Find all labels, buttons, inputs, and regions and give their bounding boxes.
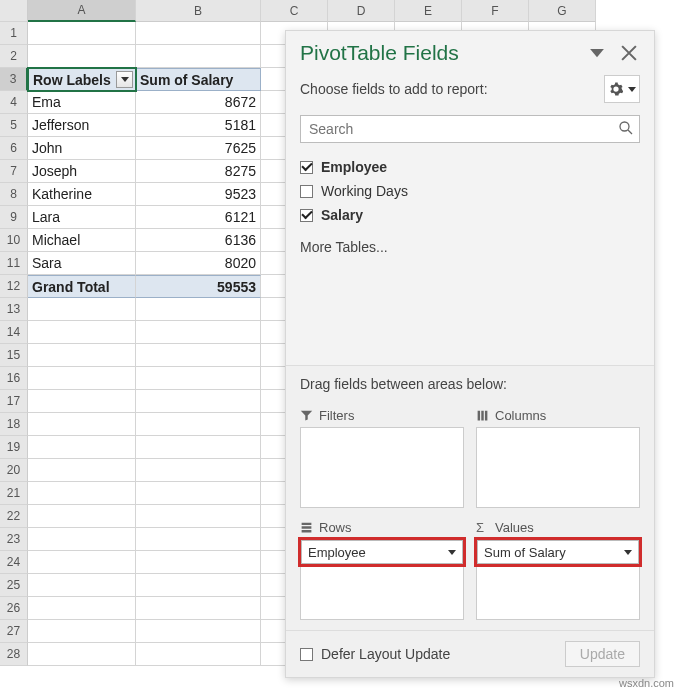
cell[interactable] <box>136 390 261 413</box>
cell[interactable] <box>28 298 136 321</box>
cell[interactable]: Lara <box>28 206 136 229</box>
rows-drop-box[interactable]: Employee <box>300 539 464 620</box>
cell[interactable] <box>136 620 261 643</box>
row-header[interactable]: 1 <box>0 22 28 45</box>
chevron-down-icon[interactable] <box>448 550 456 555</box>
row-header[interactable]: 9 <box>0 206 28 229</box>
columns-drop-box[interactable] <box>476 427 640 508</box>
pane-menu-icon[interactable] <box>586 42 608 64</box>
row-header[interactable]: 4 <box>0 91 28 114</box>
cell[interactable]: 59553 <box>136 275 261 298</box>
cell[interactable] <box>28 436 136 459</box>
row-header[interactable]: 13 <box>0 298 28 321</box>
cell[interactable]: Ema <box>28 91 136 114</box>
row-header[interactable]: 5 <box>0 114 28 137</box>
cell[interactable] <box>28 643 136 666</box>
cell[interactable] <box>28 505 136 528</box>
cell[interactable] <box>28 321 136 344</box>
row-header[interactable]: 2 <box>0 45 28 68</box>
column-header-c[interactable]: C <box>261 0 328 22</box>
row-header[interactable]: 27 <box>0 620 28 643</box>
cell[interactable] <box>28 551 136 574</box>
cell[interactable] <box>136 482 261 505</box>
cell[interactable] <box>136 551 261 574</box>
row-header[interactable]: 15 <box>0 344 28 367</box>
checkbox-icon[interactable] <box>300 185 313 198</box>
columns-area[interactable]: Columns <box>476 408 640 508</box>
row-header[interactable]: 23 <box>0 528 28 551</box>
cell[interactable]: Michael <box>28 229 136 252</box>
row-header[interactable]: 18 <box>0 413 28 436</box>
cell[interactable] <box>136 436 261 459</box>
cell[interactable]: 7625 <box>136 137 261 160</box>
cell[interactable] <box>136 298 261 321</box>
cell[interactable] <box>28 574 136 597</box>
values-area[interactable]: Σ Values Sum of Salary <box>476 520 640 620</box>
row-header[interactable]: 22 <box>0 505 28 528</box>
cell[interactable] <box>136 22 261 45</box>
checkbox-icon[interactable] <box>300 648 313 661</box>
cell[interactable] <box>28 413 136 436</box>
chevron-down-icon[interactable] <box>624 550 632 555</box>
field-item-working-days[interactable]: Working Days <box>300 179 640 203</box>
row-header[interactable]: 25 <box>0 574 28 597</box>
checkbox-icon[interactable] <box>300 209 313 222</box>
cell[interactable] <box>28 597 136 620</box>
cell[interactable] <box>136 321 261 344</box>
cell[interactable]: Sara <box>28 252 136 275</box>
cell[interactable] <box>28 459 136 482</box>
values-drop-box[interactable]: Sum of Salary <box>476 539 640 620</box>
row-header[interactable]: 19 <box>0 436 28 459</box>
column-header-a[interactable]: A <box>28 0 136 22</box>
rows-chip-employee[interactable]: Employee <box>301 540 463 564</box>
field-item-employee[interactable]: Employee <box>300 155 640 179</box>
cell[interactable] <box>136 643 261 666</box>
cell[interactable]: 8020 <box>136 252 261 275</box>
row-header[interactable]: 14 <box>0 321 28 344</box>
cell[interactable]: John <box>28 137 136 160</box>
close-icon[interactable] <box>618 42 640 64</box>
column-header-g[interactable]: G <box>529 0 596 22</box>
cell[interactable] <box>136 344 261 367</box>
cell[interactable]: 6121 <box>136 206 261 229</box>
cell[interactable]: Row Labels <box>28 68 136 91</box>
cell[interactable]: Sum of Salary <box>136 68 261 91</box>
cell[interactable]: 5181 <box>136 114 261 137</box>
checkbox-icon[interactable] <box>300 161 313 174</box>
defer-layout-checkbox[interactable]: Defer Layout Update <box>300 646 450 662</box>
column-header-b[interactable]: B <box>136 0 261 22</box>
values-chip-sum-salary[interactable]: Sum of Salary <box>477 540 639 564</box>
row-header[interactable]: 28 <box>0 643 28 666</box>
row-header[interactable]: 20 <box>0 459 28 482</box>
column-header-d[interactable]: D <box>328 0 395 22</box>
row-header[interactable]: 7 <box>0 160 28 183</box>
rows-area[interactable]: Rows Employee <box>300 520 464 620</box>
filters-drop-box[interactable] <box>300 427 464 508</box>
cell[interactable]: Jefferson <box>28 114 136 137</box>
cell[interactable] <box>28 344 136 367</box>
cell[interactable] <box>28 45 136 68</box>
cell[interactable]: Grand Total <box>28 275 136 298</box>
cell[interactable]: 8275 <box>136 160 261 183</box>
field-item-salary[interactable]: Salary <box>300 203 640 227</box>
row-header[interactable]: 21 <box>0 482 28 505</box>
cell[interactable] <box>28 22 136 45</box>
row-header[interactable]: 11 <box>0 252 28 275</box>
column-header-f[interactable]: F <box>462 0 529 22</box>
cell[interactable] <box>136 459 261 482</box>
gear-icon[interactable] <box>604 75 640 103</box>
cell[interactable] <box>136 528 261 551</box>
cell[interactable] <box>28 620 136 643</box>
cell[interactable]: 8672 <box>136 91 261 114</box>
select-all-corner[interactable] <box>0 0 28 22</box>
row-header[interactable]: 3 <box>0 68 28 91</box>
cell[interactable] <box>136 45 261 68</box>
search-input[interactable] <box>300 115 640 143</box>
row-header[interactable]: 26 <box>0 597 28 620</box>
cell[interactable] <box>136 413 261 436</box>
cell[interactable]: Katherine <box>28 183 136 206</box>
cell[interactable]: Joseph <box>28 160 136 183</box>
row-header[interactable]: 6 <box>0 137 28 160</box>
cell[interactable] <box>136 574 261 597</box>
cell[interactable] <box>28 482 136 505</box>
